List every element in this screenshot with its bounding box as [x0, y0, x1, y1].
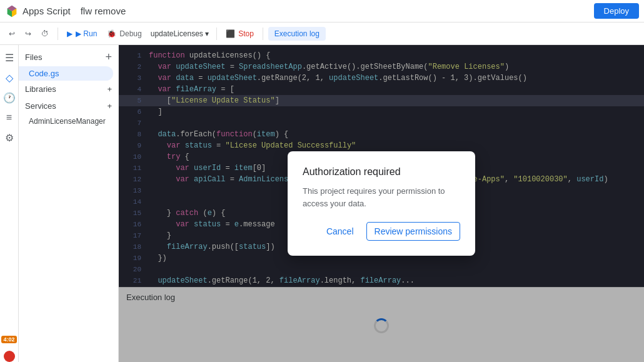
debug-label: Debug	[119, 29, 141, 38]
add-file-button[interactable]: +	[105, 51, 112, 63]
admin-license-manager-item[interactable]: AdminLicenseManager	[19, 114, 118, 128]
stop-icon: ⬛	[226, 29, 235, 38]
toolbar-separator-3	[263, 28, 263, 40]
editor-area: 1function updateLicenses() {2 var update…	[119, 45, 644, 362]
undo-button[interactable]: ↩	[5, 27, 19, 41]
files-label: Files	[25, 53, 42, 62]
dialog-title: Authorization required	[303, 166, 460, 178]
menu-icon-btn[interactable]: ☰	[2, 50, 17, 65]
services-label: Services	[25, 101, 56, 111]
libraries-section-header[interactable]: Libraries +	[19, 81, 118, 98]
review-permissions-button[interactable]: Review permissions	[366, 222, 460, 241]
apps-script-logo	[5, 4, 19, 18]
main-area: ☰ ◇ 🕐 ≡ ⚙ 4:02 Files + Code.gs Libraries…	[0, 45, 644, 362]
dropdown-arrow: ▾	[205, 29, 209, 38]
list-icon-btn[interactable]: ≡	[2, 110, 17, 125]
history-button[interactable]: ⏱	[38, 27, 53, 41]
icon-bar: ☰ ◇ 🕐 ≡ ⚙ 4:02	[0, 45, 19, 362]
redo-button[interactable]: ↪	[21, 27, 35, 41]
toolbar: ↩ ↪ ⏱ ▶ ▶ Run 🐞 Debug updateLicenses ▾ ⬛…	[0, 23, 644, 45]
debug-icon: 🐞	[107, 29, 116, 38]
dialog-actions: Cancel Review permissions	[303, 222, 460, 241]
project-name: flw remove	[81, 6, 126, 16]
stop-label: Stop	[238, 29, 254, 38]
settings-icon-btn[interactable]: ⚙	[2, 130, 17, 145]
function-name: updateLicenses	[151, 29, 203, 38]
toolbar-separator-1	[58, 28, 58, 40]
file-item-code[interactable]: Code.gs	[19, 66, 113, 81]
libraries-label: Libraries	[25, 84, 56, 94]
services-section-header[interactable]: Services +	[19, 98, 118, 114]
add-service-button[interactable]: +	[107, 101, 112, 111]
time-badge: 4:02	[1, 336, 16, 343]
logo-area: Apps Script	[5, 4, 71, 18]
top-bar: Apps Script flw remove Deploy	[0, 0, 644, 23]
modal-overlay[interactable]: Authorization required This project requ…	[119, 45, 644, 362]
app-title: Apps Script	[23, 6, 71, 16]
toolbar-separator-2	[216, 28, 217, 40]
record-button[interactable]	[4, 351, 15, 362]
cancel-button[interactable]: Cancel	[319, 222, 361, 241]
code-icon-btn[interactable]: ◇	[2, 70, 17, 85]
run-label: ▶ Run	[76, 29, 97, 38]
sidebar: Files + Code.gs Libraries + Services + A…	[19, 45, 119, 362]
execution-log-tab[interactable]: Execution log	[268, 27, 326, 41]
function-selector[interactable]: updateLicenses ▾	[148, 28, 211, 39]
authorization-dialog: Authorization required This project requ…	[288, 151, 475, 256]
stop-button[interactable]: ⬛ Stop	[222, 27, 258, 41]
add-library-button[interactable]: +	[107, 84, 112, 94]
debug-button[interactable]: 🐞 Debug	[103, 27, 145, 41]
files-section-header[interactable]: Files +	[19, 48, 118, 66]
run-button[interactable]: ▶ ▶ Run	[63, 27, 101, 41]
run-icon: ▶	[67, 29, 73, 38]
dialog-body: This project requires your permission to…	[303, 185, 460, 209]
clock-icon-btn[interactable]: 🕐	[2, 90, 17, 105]
deploy-button[interactable]: Deploy	[594, 3, 639, 19]
